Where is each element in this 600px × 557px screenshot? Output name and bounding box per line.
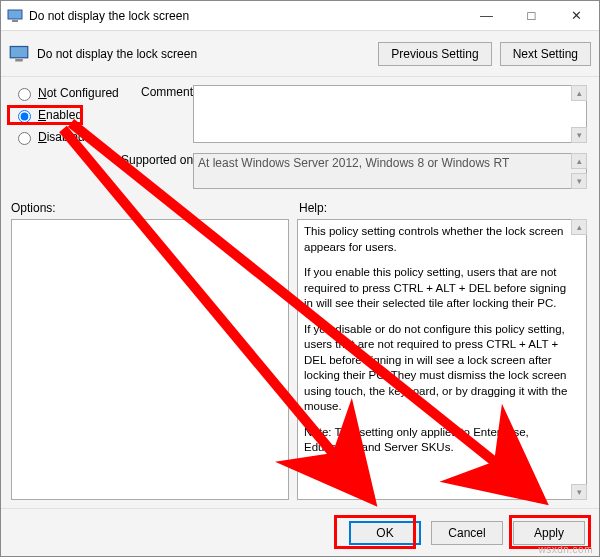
help-label: Help:	[299, 201, 327, 215]
maximize-button[interactable]: □	[509, 1, 554, 31]
window-icon	[7, 8, 23, 24]
main-panel: Not Configured Enabled Disabled Comment:…	[1, 77, 599, 508]
radio-not-configured-input[interactable]	[18, 88, 31, 101]
supported-scroll-up-icon[interactable]: ▴	[571, 153, 587, 169]
help-paragraph: This policy setting controls whether the…	[304, 224, 568, 255]
options-label: Options:	[11, 201, 56, 215]
svg-rect-1	[12, 20, 18, 22]
help-paragraph: If you disable or do not configure this …	[304, 322, 568, 415]
radio-enabled[interactable]: Enabled	[13, 107, 133, 123]
dialog-footer: OK Cancel Apply	[1, 508, 599, 556]
previous-setting-button[interactable]: Previous Setting	[378, 42, 491, 66]
policy-title: Do not display the lock screen	[37, 47, 370, 61]
radio-disabled[interactable]: Disabled	[13, 129, 133, 145]
cancel-button[interactable]: Cancel	[431, 521, 503, 545]
radio-disabled-input[interactable]	[18, 132, 31, 145]
policy-icon	[9, 44, 29, 64]
radio-enabled-input[interactable]	[18, 110, 31, 123]
supported-on-text: At least Windows Server 2012, Windows 8 …	[193, 153, 587, 189]
radio-enabled-label: Enabled	[38, 108, 82, 122]
supported-on-label: Supported on:	[121, 153, 196, 167]
minimize-button[interactable]: —	[464, 1, 509, 31]
help-scroll-down-icon[interactable]: ▾	[571, 484, 587, 500]
comment-textarea[interactable]	[193, 85, 587, 143]
apply-button[interactable]: Apply	[513, 521, 585, 545]
supported-scroll-down-icon[interactable]: ▾	[571, 173, 587, 189]
next-setting-button[interactable]: Next Setting	[500, 42, 591, 66]
close-button[interactable]: ✕	[554, 1, 599, 31]
help-paragraph: Note: This setting only applies to Enter…	[304, 425, 568, 456]
watermark: wsxdn.com	[538, 544, 593, 555]
svg-rect-3	[15, 59, 23, 62]
comment-scroll-down-icon[interactable]: ▾	[571, 127, 587, 143]
radio-not-configured[interactable]: Not Configured	[13, 85, 133, 101]
help-panel: This policy setting controls whether the…	[297, 219, 587, 500]
title-bar: Do not display the lock screen — □ ✕	[1, 1, 599, 31]
radio-disabled-label: Disabled	[38, 130, 85, 144]
svg-rect-2	[10, 46, 28, 57]
radio-not-configured-label: Not Configured	[38, 86, 119, 100]
comment-label: Comment:	[141, 85, 196, 99]
window-title: Do not display the lock screen	[29, 9, 464, 23]
options-panel	[11, 219, 289, 500]
svg-rect-0	[8, 10, 22, 19]
help-scroll-up-icon[interactable]: ▴	[571, 219, 587, 235]
state-radio-group: Not Configured Enabled Disabled	[13, 85, 133, 151]
comment-scroll-up-icon[interactable]: ▴	[571, 85, 587, 101]
ok-button[interactable]: OK	[349, 521, 421, 545]
help-paragraph: If you enable this policy setting, users…	[304, 265, 568, 312]
policy-header: Do not display the lock screen Previous …	[1, 31, 599, 77]
